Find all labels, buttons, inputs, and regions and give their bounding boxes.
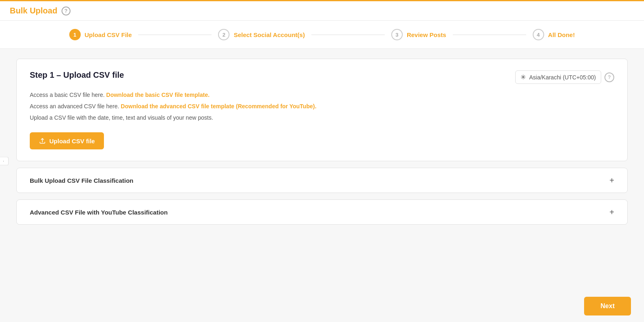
step-3-label: Review Posts <box>407 31 446 38</box>
sidebar-tab[interactable]: - <box>0 157 9 166</box>
upload-csv-button[interactable]: Upload CSV file <box>30 132 104 149</box>
step-3: 3 Review Posts <box>391 29 446 40</box>
stepper: 1 Upload CSV File 2 Select Social Accoun… <box>0 21 644 49</box>
step-1: 1 Upload CSV File <box>69 29 132 40</box>
timezone-value: Asia/Karachi (UTC+05:00) <box>529 74 596 81</box>
advanced-csv-link[interactable]: Download the advanced CSV file template … <box>121 103 316 110</box>
next-button[interactable]: Next <box>584 297 631 315</box>
collapsible-2-title: Advanced CSV File with YouTube Classific… <box>30 209 168 216</box>
page-title: Bulk Upload <box>10 6 57 15</box>
card-header: Step 1 – Upload CSV file ✳ Asia/Karachi … <box>30 70 614 84</box>
top-bar: Bulk Upload ? <box>0 0 644 21</box>
desc-line-1: Access a basic CSV file here. Download t… <box>30 90 614 100</box>
desc-line-1-prefix: Access a basic CSV file here. <box>30 92 106 98</box>
step-connector-1 <box>138 35 212 35</box>
expand-icon-1: + <box>609 176 614 184</box>
collapsible-1-title: Bulk Upload CSV File Classification <box>30 177 133 184</box>
step-2-label: Select Social Account(s) <box>234 31 305 38</box>
desc-line-2: Access an advanced CSV file here. Downlo… <box>30 102 614 112</box>
expand-icon-2: + <box>609 208 614 216</box>
collapsible-2[interactable]: Advanced CSV File with YouTube Classific… <box>16 199 628 225</box>
main-content: Step 1 – Upload CSV file ✳ Asia/Karachi … <box>0 49 644 241</box>
step-4-label: All Done! <box>548 31 575 38</box>
timezone-help-icon[interactable]: ? <box>604 72 614 82</box>
help-icon[interactable]: ? <box>62 7 71 15</box>
timezone-icon: ✳ <box>520 73 526 81</box>
step-connector-3 <box>453 35 526 35</box>
basic-csv-link[interactable]: Download the basic CSV file template. <box>106 92 210 98</box>
step-3-circle: 3 <box>391 29 403 40</box>
timezone-area: ✳ Asia/Karachi (UTC+05:00) ? <box>515 70 614 84</box>
collapsible-1[interactable]: Bulk Upload CSV File Classification + <box>16 168 628 193</box>
upload-icon <box>39 137 46 145</box>
step-2-circle: 2 <box>218 29 229 40</box>
step-connector-2 <box>311 35 385 35</box>
desc-line-2-prefix: Access an advanced CSV file here. <box>30 103 121 110</box>
step-1-label: Upload CSV File <box>85 31 132 38</box>
footer-bar: Next <box>0 290 644 322</box>
desc-line-3: Upload a CSV file with the date, time, t… <box>30 113 614 123</box>
timezone-selector[interactable]: ✳ Asia/Karachi (UTC+05:00) <box>515 70 601 84</box>
step-2: 2 Select Social Account(s) <box>218 29 305 40</box>
step-1-circle: 1 <box>69 29 81 40</box>
upload-csv-card: Step 1 – Upload CSV file ✳ Asia/Karachi … <box>16 59 628 161</box>
upload-csv-label: Upload CSV file <box>49 138 95 145</box>
step-4: 4 All Done! <box>533 29 575 40</box>
step-4-circle: 4 <box>533 29 544 40</box>
card-title: Step 1 – Upload CSV file <box>30 70 124 80</box>
